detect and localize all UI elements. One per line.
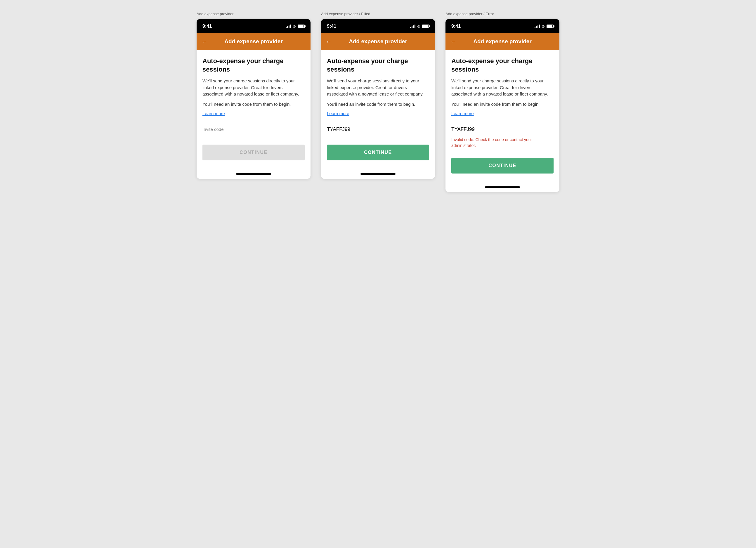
screen-filled-wrapper: Add expense provider / Filled 9:41 ⊜ ← A…	[321, 12, 435, 179]
continue-button-default[interactable]: CONTINUE	[202, 145, 305, 160]
back-button-error[interactable]: ←	[450, 38, 456, 45]
status-bar-default: 9:41 ⊜	[197, 19, 311, 33]
signal-icon-error	[535, 24, 540, 28]
home-indicator-filled	[321, 167, 435, 179]
main-title-error: Auto-expense your charge sessions	[451, 57, 554, 74]
status-bar-filled: 9:41 ⊜	[321, 19, 435, 33]
header-title-error: Add expense provider	[461, 38, 544, 45]
invite-code-group-filled	[327, 124, 429, 135]
home-indicator-error	[445, 181, 559, 192]
screen-error-wrapper: Add expense provider / Error 9:41 ⊜ ← Ad…	[445, 12, 559, 192]
home-indicator-default	[197, 167, 311, 179]
description1-default: We'll send your charge sessions directly…	[202, 78, 305, 98]
invite-code-input-error[interactable]	[451, 124, 554, 135]
battery-icon-filled	[422, 25, 429, 28]
description2-error: You'll need an invite code from them to …	[451, 101, 554, 108]
app-header-default: ← Add expense provider	[197, 33, 311, 50]
invite-code-input-default[interactable]	[202, 124, 305, 135]
status-time-error: 9:41	[451, 24, 461, 29]
wifi-icon-error: ⊜	[542, 24, 545, 29]
screen-default-wrapper: Add expense provider 9:41 ⊜ ← Add expens…	[197, 12, 311, 179]
content-default: Auto-expense your charge sessions We'll …	[197, 50, 311, 167]
main-title-default: Auto-expense your charge sessions	[202, 57, 305, 74]
header-title-default: Add expense provider	[212, 38, 295, 45]
description2-filled: You'll need an invite code from them to …	[327, 101, 429, 108]
main-title-filled: Auto-expense your charge sessions	[327, 57, 429, 74]
invite-code-group-default	[202, 124, 305, 135]
signal-icon-filled	[410, 24, 415, 28]
app-header-error: ← Add expense provider	[445, 33, 559, 50]
description2-default: You'll need an invite code from them to …	[202, 101, 305, 108]
phone-frame-error: 9:41 ⊜ ← Add expense provider Auto-expe	[445, 19, 559, 192]
status-time-default: 9:41	[202, 24, 212, 29]
status-icons-filled: ⊜	[410, 24, 429, 29]
screen-error-label: Add expense provider / Error	[445, 12, 494, 16]
screen-default-label: Add expense provider	[197, 12, 233, 16]
back-button-default[interactable]: ←	[201, 38, 207, 45]
description1-filled: We'll send your charge sessions directly…	[327, 78, 429, 98]
invite-code-input-filled[interactable]	[327, 124, 429, 135]
battery-icon-default	[298, 25, 305, 28]
status-icons-error: ⊜	[535, 24, 554, 29]
phone-frame-default: 9:41 ⊜ ← Add expense provider Auto-expe	[197, 19, 311, 179]
header-title-filled: Add expense provider	[336, 38, 420, 45]
screen-filled-label: Add expense provider / Filled	[321, 12, 370, 16]
learn-more-link-error[interactable]: Learn more	[451, 111, 474, 116]
invite-code-group-error: Invalid code. Check the code or contact …	[451, 124, 554, 148]
phone-frame-filled: 9:41 ⊜ ← Add expense provider Auto-expe	[321, 19, 435, 179]
learn-more-link-filled[interactable]: Learn more	[327, 111, 349, 116]
wifi-icon-default: ⊜	[293, 24, 296, 29]
continue-button-filled[interactable]: CONTINUE	[327, 145, 429, 160]
content-error: Auto-expense your charge sessions We'll …	[445, 50, 559, 181]
battery-icon-error	[547, 25, 554, 28]
continue-button-error[interactable]: CONTINUE	[451, 158, 554, 174]
learn-more-link-default[interactable]: Learn more	[202, 111, 225, 116]
wifi-icon-filled: ⊜	[417, 24, 420, 29]
description1-error: We'll send your charge sessions directly…	[451, 78, 554, 98]
app-header-filled: ← Add expense provider	[321, 33, 435, 50]
home-bar-filled	[360, 173, 396, 175]
error-message-error: Invalid code. Check the code or contact …	[451, 137, 554, 148]
home-bar-default	[236, 173, 271, 175]
status-icons-default: ⊜	[286, 24, 305, 29]
status-bar-error: 9:41 ⊜	[445, 19, 559, 33]
home-bar-error	[485, 186, 520, 188]
content-filled: Auto-expense your charge sessions We'll …	[321, 50, 435, 167]
status-time-filled: 9:41	[327, 24, 336, 29]
signal-icon-default	[286, 24, 291, 28]
back-button-filled[interactable]: ←	[326, 38, 332, 45]
